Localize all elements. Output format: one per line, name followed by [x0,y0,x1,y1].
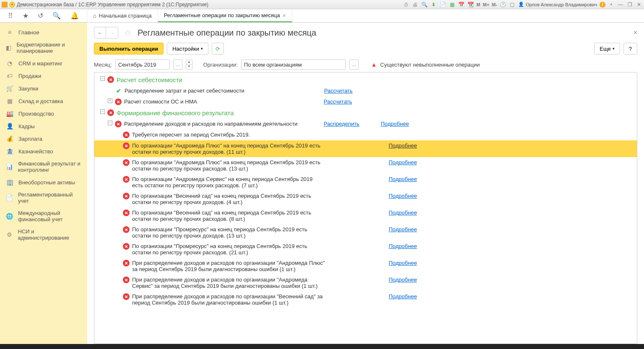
history-icon[interactable]: ↺ [38,12,43,20]
memory-m-plus[interactable]: M+ [483,2,490,7]
row-recalc-needed[interactable]: ✕ Требуется пересчет за период Сентябрь … [94,129,637,140]
search-icon[interactable]: 🔍 [52,12,61,20]
details-link[interactable]: Подробнее [381,121,409,127]
refresh-button[interactable]: ⟳ [212,43,224,54]
calculate-link[interactable]: Рассчитать [324,98,352,105]
execute-operations-button[interactable]: Выполнить операции [94,43,164,54]
sidebar-item-6[interactable]: 🏭Производство [0,107,87,120]
collapse-icon[interactable]: − [100,109,105,114]
month-clear-button[interactable]: … [173,59,182,70]
window-close[interactable]: ✕ [636,1,642,8]
details-link[interactable]: Подробнее [389,260,417,266]
toolbar-icon-5[interactable]: 📄 [439,1,446,8]
user-menu[interactable]: 👤 Орлов Александр Владимирович [518,2,597,7]
notifications-icon[interactable]: 🔔 [70,12,79,20]
sidebar-item-9[interactable]: 🏦Казначейство [0,145,87,158]
details-link[interactable]: Подробнее [389,209,417,216]
tab-month-closing[interactable]: Регламентные операции по закрытию месяца… [158,9,292,22]
sidebar-item-11[interactable]: 🏢Внеоборотные активы [0,176,87,189]
group-cost-calc[interactable]: − ✕ Расчет себестоимости [94,74,637,85]
org-select-button[interactable]: … [349,59,358,70]
app-menu-dropdown[interactable]: ▾ [9,2,15,8]
row-spring-garden-errors[interactable]: ✕ При распределение доходов и расходов п… [94,291,637,308]
toolbar-calendar-icon[interactable]: 📅 [458,1,465,8]
nav-forward-button[interactable]: → [106,27,118,38]
sidebar-label: Международный финансовый учет [18,210,81,222]
sidebar-item-12[interactable]: 📄Регламентированный учет [0,189,87,207]
toolbar-clock-icon[interactable]: 🕐 [500,1,506,8]
expand-icon[interactable]: + [108,98,112,103]
toolbar-panels-icon[interactable]: ▢ [509,1,516,8]
row-andromeda-service-expense[interactable]: ✕ По организации "Андромеда Сервис" на к… [94,174,637,191]
collapse-icon[interactable]: − [108,121,112,125]
sidebar-icon: 💰 [6,135,13,142]
row-andromeda-plus-errors[interactable]: ✕ При распределение доходов и расходов п… [94,258,637,274]
sidebar-item-4[interactable]: 🛒Закупки [0,82,87,95]
operations-tree[interactable]: − ✕ Расчет себестоимости ✔ Распределение… [94,72,637,344]
tab-home[interactable]: ⌂ Начальная страница [87,9,158,22]
distribute-link[interactable]: Распределить [324,121,359,127]
sidebar-item-13[interactable]: 🌐Международный финансовый учет [0,207,87,225]
content-close-icon[interactable]: × [634,29,637,36]
row-promresurs-income[interactable]: ✕ По организации "Промресурс" на конец п… [94,224,637,241]
row-spring-garden-income[interactable]: ✕ По организации "Весенний сад" на конец… [94,191,637,207]
sidebar-item-1[interactable]: ◧Бюджетирование и планирование [0,39,87,57]
details-link[interactable]: Подробнее [389,193,417,199]
toolbar-icon-4[interactable]: ⬇ [430,1,437,8]
sidebar-item-7[interactable]: 👤Кадры [0,120,87,132]
info-dropdown[interactable]: ▾ [608,1,615,8]
nav-back-button[interactable]: ← [94,27,106,38]
row-income-distribution[interactable]: − ✕ Распределение доходов и расходов по … [94,119,637,129]
sidebar-item-10[interactable]: 📊Финансовый результат и контроллинг [0,158,87,176]
favorite-star-icon[interactable]: ☆ [124,28,132,38]
row-andromeda-plus-expense[interactable]: ✕ По организации "Андромеда Плюс" на кон… [94,157,637,174]
month-field[interactable]: Сентябрь 2019 [115,59,170,70]
apps-icon[interactable]: ⠿ [8,12,13,20]
row-os-nma-cost[interactable]: + ✕ Расчет стоимости ОС и НМА Рассчитать [94,96,637,107]
row-andromeda-plus-income[interactable]: ✕ По организации "Андромеда Плюс" на кон… [94,140,637,157]
sidebar-item-3[interactable]: 🏷Продажи [0,70,87,82]
favorites-icon[interactable]: ★ [23,12,29,20]
window-restore[interactable]: ❐ [626,1,633,8]
org-field[interactable]: По всем организациям [241,59,346,70]
step-down-icon[interactable]: ▼ [186,65,192,69]
memory-m-minus[interactable]: M- [492,2,497,7]
details-link[interactable]: Подробнее [389,243,417,249]
details-link[interactable]: Подробнее [389,142,417,149]
sidebar-item-5[interactable]: ▦Склад и доставка [0,95,87,107]
calculate-link[interactable]: Рассчитать [324,88,353,94]
sidebar-icon: 🏢 [6,179,13,186]
details-link[interactable]: Подробнее [389,159,417,165]
toolbar-calc-icon[interactable]: ▦ [449,1,455,8]
row-promresurs-expense[interactable]: ✕ По организации "Промресурс" на конец п… [94,241,637,258]
window-minimize[interactable]: — [617,1,624,8]
sidebar-item-2[interactable]: ◔CRM и маркетинг [0,57,87,70]
more-dropdown-button[interactable]: Еще ▾ [594,43,620,54]
details-link[interactable]: Подробнее [389,293,417,300]
operations-tree-container: − ✕ Расчет себестоимости ✔ Распределение… [94,72,637,344]
toolbar-icon-1[interactable]: ⎙ [402,1,409,8]
group-financial-result[interactable]: − ✕ Формирование финансового результата [94,107,637,119]
help-button[interactable]: ? [623,43,637,54]
row-andromeda-service-errors[interactable]: ✕ При распределение доходов и расходов п… [94,274,637,291]
sidebar-label: CRM и маркетинг [18,60,62,67]
details-link[interactable]: Подробнее [389,277,417,283]
sidebar-item-0[interactable]: ≡Главное [0,26,87,39]
tab-close-icon[interactable]: × [283,12,286,19]
toolbar-date-icon[interactable]: 📆 [467,1,474,8]
sidebar-item-8[interactable]: 💰Зарплата [0,132,87,145]
details-link[interactable]: Подробнее [389,176,417,182]
step-up-icon[interactable]: ▲ [186,60,192,65]
sidebar-icon: 🏭 [6,110,13,117]
sidebar-item-14[interactable]: ⚙НСИ и администрирование [0,225,87,244]
toolbar-icon-3[interactable]: 🔍 [421,1,428,8]
month-stepper[interactable]: ▲▼ [186,59,192,70]
toolbar-icon-2[interactable]: 🖨 [412,1,418,8]
details-link[interactable]: Подробнее [389,226,417,233]
row-spring-garden-expense[interactable]: ✕ По организации "Весенний сад" на конец… [94,207,637,224]
settings-dropdown-button[interactable]: Настройки ▾ [167,43,208,54]
info-icon[interactable]: i [600,2,605,8]
row-cost-distribution[interactable]: ✔ Распределение затрат и расчет себестои… [94,85,637,96]
collapse-icon[interactable]: − [100,76,105,81]
memory-m[interactable]: M [476,2,480,7]
